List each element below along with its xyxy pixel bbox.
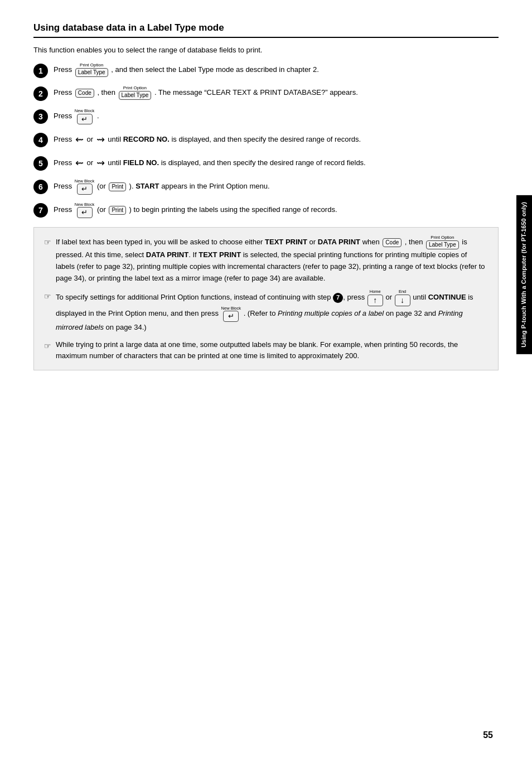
step-7-content: Press New Block ↵ (or Print ) to begin p… (54, 202, 499, 218)
step-num-7: 7 (33, 203, 48, 218)
key-code-note: Code (383, 238, 402, 247)
step-num-2: 2 (33, 86, 48, 101)
note-icon-2: ☞ (44, 290, 51, 302)
step-2: 2 Press Code , then Print Option Label T… (33, 86, 499, 101)
step-1-press: Press (54, 65, 72, 74)
key-labeltype-2: Print Option Label Type (119, 86, 152, 100)
key-print-7: Print (109, 206, 126, 215)
step-1-content: Press Print Option Label Type , and then… (54, 63, 499, 77)
page-title: Using database data in a Label Type mode (33, 22, 499, 38)
arrow-right-5: ⇝ (96, 156, 105, 171)
note-icon-3: ☞ (44, 340, 51, 352)
notes-box: ☞ If label text has been typed in, you w… (33, 227, 499, 370)
key-enter-6: New Block ↵ (75, 179, 94, 195)
note-1: ☞ If label text has been typed in, you w… (44, 235, 488, 284)
note-1-text: If label text has been typed in, you wil… (56, 235, 488, 284)
key-labeltype-1: Print Option Label Type (75, 63, 108, 77)
note-3: ☞ While trying to print a large data at … (44, 339, 488, 363)
step-4-press: Press (54, 135, 72, 143)
step-num-1: 1 (33, 64, 48, 78)
step-6-press: Press (54, 182, 72, 190)
step-7-press: Press (54, 205, 72, 214)
note-2: ☞ To specify settings for additional Pri… (44, 290, 488, 333)
page: Using database data in a Label Type mode… (0, 0, 532, 757)
key-home-up: Home ↑ (367, 290, 383, 306)
key-enter-7: New Block ↵ (75, 202, 94, 218)
key-end-down: End ↓ (395, 290, 410, 306)
key-labeltype-note: Print Option Label Type (426, 235, 459, 249)
step-num-3: 3 (33, 109, 48, 124)
step-3: 3 Press New Block ↵ . (33, 109, 499, 124)
step-3-content: Press New Block ↵ . (54, 109, 499, 124)
steps-list: 1 Press Print Option Label Type , and th… (33, 63, 499, 218)
note-2-text: To specify settings for additional Print… (56, 290, 488, 333)
page-number: 55 (483, 730, 493, 740)
step-5-press: Press (54, 158, 72, 167)
step-6: 6 Press New Block ↵ (or Print ). START a… (33, 179, 499, 195)
key-enter-3: New Block ↵ (75, 109, 94, 124)
key-print-6: Print (109, 182, 126, 191)
step-2-content: Press Code , then Print Option Label Typ… (54, 86, 499, 100)
step-4-content: Press ⇜ or ⇝ until RECORD NO. is display… (54, 132, 499, 148)
key-code: Code (75, 89, 94, 98)
step-ref-7: 7 (333, 293, 343, 303)
step-5-content: Press ⇜ or ⇝ until FIELD NO. is displaye… (54, 156, 499, 171)
arrow-right-4: ⇝ (96, 132, 105, 148)
step-5: 5 Press ⇜ or ⇝ until FIELD NO. is displa… (33, 156, 499, 171)
step-3-press: Press (54, 112, 72, 120)
step-4: 4 Press ⇜ or ⇝ until RECORD NO. is displ… (33, 132, 499, 148)
step-6-content: Press New Block ↵ (or Print ). START app… (54, 179, 499, 195)
intro-text: This function enables you to select the … (33, 46, 499, 54)
step-2-press: Press (54, 88, 72, 97)
key-enter-note2: New Block ↵ (221, 306, 241, 322)
step-num-4: 4 (33, 133, 48, 147)
arrow-left-5: ⇜ (75, 156, 84, 171)
note-3-text: While trying to print a large data at on… (56, 339, 488, 363)
step-num-6: 6 (33, 180, 48, 194)
arrow-left-4: ⇜ (75, 132, 84, 148)
step-7: 7 Press New Block ↵ (or Print ) to begin… (33, 202, 499, 218)
side-tab: Using P-touch With a Computer (for PT-16… (516, 195, 532, 354)
step-1: 1 Press Print Option Label Type , and th… (33, 63, 499, 78)
step-num-5: 5 (33, 156, 48, 171)
note-icon-1: ☞ (44, 236, 51, 248)
